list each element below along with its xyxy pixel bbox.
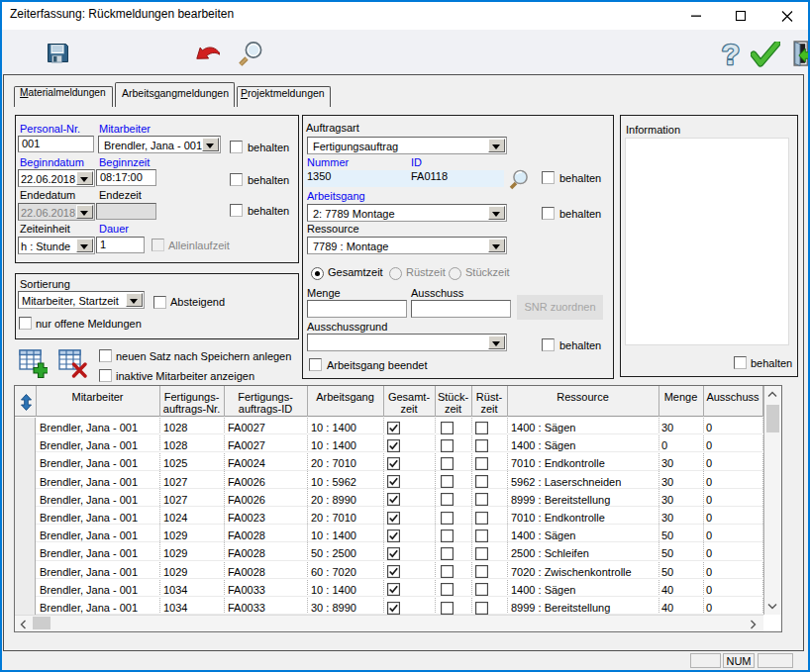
- svg-text:?: ?: [722, 40, 740, 69]
